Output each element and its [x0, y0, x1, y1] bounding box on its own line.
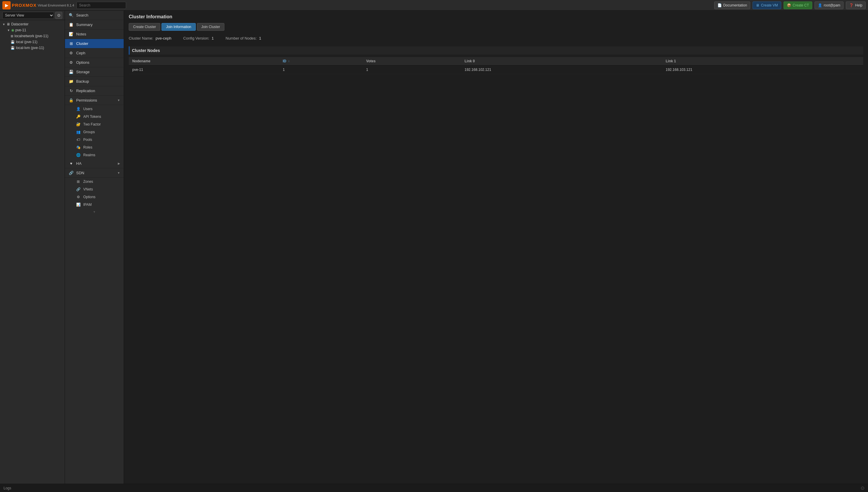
locallvm-label: local-lvm (pve-11) [16, 46, 44, 50]
config-version-field: Config Version: 1 [183, 36, 214, 41]
nav-sub-realms[interactable]: 🌐 Realms [65, 151, 124, 159]
tree-item-pve11[interactable]: ▼ ◉ pve-11 [0, 27, 65, 33]
nav-sub-ipam[interactable]: 📊 IPAM [65, 201, 124, 208]
app-version: Virtual Environment 8.1.4 [38, 3, 74, 7]
nav-ipam-label: IPAM [83, 203, 92, 207]
help-icon: ❓ [849, 3, 853, 7]
nav-item-ceph[interactable]: ⚙ Ceph [65, 48, 124, 58]
nav-ha-label: HA [76, 161, 81, 166]
replication-icon: ↻ [69, 89, 74, 93]
create-vm-icon: 🖥 [756, 3, 759, 7]
join-cluster-button[interactable]: Join Cluster [197, 23, 224, 31]
tree-item-locallvm[interactable]: 💾 local-lvm (pve-11) [0, 45, 65, 51]
create-vm-label: Create VM [761, 3, 778, 7]
nav-users-label: Users [83, 107, 93, 111]
nav-sdn-options-label: Options [83, 195, 95, 199]
groups-icon: 👥 [76, 130, 81, 134]
tree-item-datacenter[interactable]: ▼ 🖥 Datacenter [0, 21, 65, 27]
config-version-value: 1 [212, 36, 214, 41]
vnets-icon: 🔗 [76, 187, 81, 191]
nav-pools-label: Pools [83, 138, 92, 142]
nav-item-notes[interactable]: 📝 Notes [65, 29, 124, 39]
nav-sub-zones[interactable]: ⊞ Zones [65, 178, 124, 186]
help-label: Help [855, 3, 862, 7]
col-link1[interactable]: Link 1 [662, 57, 863, 66]
sdn-expand-icon: ▼ [117, 171, 120, 175]
nav-item-backup[interactable]: 📁 Backup [65, 77, 124, 86]
mid-panel: 🔍 Search 📋 Summary 📝 Notes ⊞ Cluster ⚙ C… [65, 10, 124, 484]
sdn-options-icon: ⚙ [76, 195, 81, 199]
nav-item-cluster[interactable]: ⊞ Cluster [65, 39, 124, 48]
nav-sub-vnets[interactable]: 🔗 VNets [65, 186, 124, 193]
content-area: Cluster Information Create Cluster Join … [124, 10, 868, 484]
nav-backup-label: Backup [76, 79, 89, 83]
col-id[interactable]: ID ↑ [279, 57, 363, 66]
tree-item-local[interactable]: 💾 local (pve-11) [0, 39, 65, 45]
gear-button[interactable]: ⚙ [55, 12, 62, 19]
top-search-input[interactable] [76, 2, 126, 9]
create-ct-button[interactable]: 📦 Create CT [784, 1, 812, 9]
doc-icon: 📄 [717, 3, 722, 7]
cluster-name-value: pve-ceph [156, 36, 171, 41]
help-button[interactable]: ❓ Help [846, 1, 866, 9]
col-nodename[interactable]: Nodename [129, 57, 279, 66]
nav-item-replication[interactable]: ↻ Replication [65, 86, 124, 96]
col-link0-label: Link 0 [465, 59, 475, 63]
create-ct-label: Create CT [793, 3, 809, 7]
local-label: local (pve-11) [16, 40, 37, 44]
nav-item-summary[interactable]: 📋 Summary [65, 20, 124, 29]
nav-replication-label: Replication [76, 89, 95, 93]
nav-options-label: Options [76, 60, 90, 65]
content-title: Cluster Information [129, 14, 863, 20]
nav-roles-label: Roles [83, 145, 93, 149]
nav-api-tokens-label: API Tokens [83, 115, 101, 119]
nav-item-ha[interactable]: ♥ HA ▶ [65, 159, 124, 168]
cell-votes: 1 [362, 66, 461, 74]
col-id-label: ID [283, 59, 286, 63]
cluster-nodes-title: Cluster Nodes [129, 46, 863, 55]
roles-icon: 🎭 [76, 145, 81, 149]
nav-realms-label: Realms [83, 153, 95, 157]
action-buttons: Create Cluster Join Information Join Clu… [129, 23, 863, 31]
nav-item-sdn[interactable]: 🔗 SDN ▼ [65, 168, 124, 178]
nav-sub-roles[interactable]: 🎭 Roles [65, 144, 124, 151]
cluster-name-field: Cluster Name: pve-ceph [129, 36, 172, 41]
summary-icon: 📋 [69, 22, 74, 27]
nav-search-label: Search [76, 13, 88, 18]
nav-sub-sdn-options[interactable]: ⚙ Options [65, 193, 124, 201]
logo-text: PROXMOX [12, 3, 36, 8]
nav-sub-api-tokens[interactable]: 🔑 API Tokens [65, 113, 124, 121]
scroll-down-indicator: ▼ [65, 208, 124, 215]
realms-icon: 🌐 [76, 153, 81, 157]
tree-item-localnetwork[interactable]: ⊞ localnetwork (pve-11) [0, 33, 65, 39]
join-information-button[interactable]: Join Information [161, 23, 196, 31]
col-votes[interactable]: Votes [362, 57, 461, 66]
nav-sub-users[interactable]: 👤 Users [65, 105, 124, 113]
backup-icon: 📁 [69, 79, 74, 83]
nav-sub-groups[interactable]: 👥 Groups [65, 128, 124, 136]
create-cluster-button[interactable]: Create Cluster [129, 23, 160, 31]
view-select[interactable]: Server View Folder View [2, 12, 54, 19]
nav-item-options[interactable]: ⚙ Options [65, 58, 124, 67]
gear-icon: ⚙ [57, 13, 61, 18]
logo-icon: ▶ [2, 1, 10, 9]
create-vm-button[interactable]: 🖥 Create VM [752, 1, 781, 9]
nav-item-storage[interactable]: 💾 Storage [65, 67, 124, 77]
nav-groups-label: Groups [83, 130, 95, 134]
nav-sub-two-factor[interactable]: 🔐 Two Factor [65, 121, 124, 128]
cell-link0: 192.168.102.121 [461, 66, 662, 74]
nav-permissions-label: Permissions [76, 98, 97, 102]
nav-item-permissions[interactable]: 🔒 Permissions ▼ [65, 96, 124, 105]
table-body: pve-1111192.168.102.121192.168.103.121 [129, 66, 863, 74]
datacenter-icon: 🖥 [6, 22, 10, 26]
tree-collapse-icon: ▼ [2, 23, 5, 26]
col-link0[interactable]: Link 0 [461, 57, 662, 66]
ha-icon: ♥ [69, 161, 74, 166]
nav-item-search[interactable]: 🔍 Search [65, 10, 124, 20]
documentation-button[interactable]: 📄 Documentation [714, 1, 750, 9]
col-votes-label: Votes [366, 59, 376, 63]
nav-zones-label: Zones [83, 179, 93, 184]
log-circle-icon: ⊙ [861, 485, 865, 491]
nav-sub-pools[interactable]: 🏷 Pools [65, 136, 124, 144]
user-button[interactable]: 👤 root@pam [815, 1, 843, 9]
